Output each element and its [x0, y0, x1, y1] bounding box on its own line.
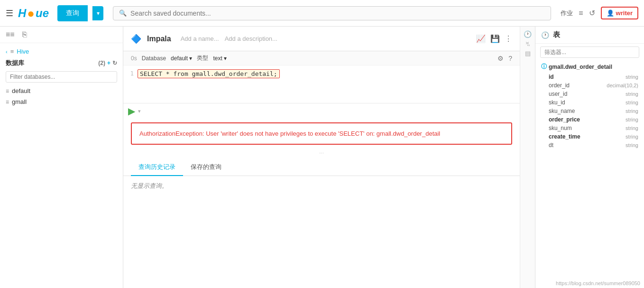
x2-label: x² — [525, 42, 531, 46]
type-toolbar-label: 类型 — [197, 54, 208, 62]
impala-icon: 🔷 — [131, 34, 141, 44]
db-default-icon: ≡ — [6, 88, 9, 94]
resizer[interactable]: ··· — [123, 149, 520, 157]
run-button[interactable]: ▶ — [126, 104, 137, 118]
schema-field-name: sku_name — [549, 108, 575, 114]
save-button[interactable]: 💾 — [490, 34, 500, 43]
db-refresh-icon[interactable]: ↻ — [112, 60, 117, 66]
schema-field-item: create_time string — [538, 132, 641, 141]
schema-field-item: user_id string — [538, 90, 641, 98]
tab-history[interactable]: 查询历史记录 — [131, 159, 183, 176]
side-icons-strip: 🕐 x² ▤ — [520, 27, 535, 288]
schema-field-item: dt string — [538, 141, 641, 149]
db-dropdown-arrow: ▾ — [189, 55, 192, 62]
query-time: 0s — [131, 55, 137, 62]
add-desc-button[interactable]: Add a description... — [225, 35, 277, 42]
schema-info-icon: ⓘ — [541, 63, 547, 71]
more-button[interactable]: ⋮ — [505, 34, 512, 43]
copy-icon[interactable]: ⎘ — [22, 30, 27, 39]
schema-field-item: order_id decimal(10,2) — [538, 81, 641, 90]
logo-ue: ue — [36, 7, 49, 20]
code-highlight: SELECT * from gmall.dwd_order_detail; — [138, 69, 280, 78]
error-message: AuthorizationException: User 'writer' do… — [139, 130, 440, 137]
query-dropdown-button[interactable]: ▾ — [92, 6, 103, 20]
layers-icon[interactable]: ≡≡ — [6, 30, 15, 39]
add-name-button[interactable]: Add a name... — [181, 35, 219, 42]
chart-button[interactable]: 📈 — [476, 34, 486, 43]
editor-title: Impala — [147, 35, 171, 43]
schema-field-item: sku_name string — [538, 107, 641, 115]
right-panel: 🕐 表 ⓘ gmall.dwd_order_detail id string o… — [535, 27, 644, 288]
jobs-link[interactable]: 作业 — [561, 9, 573, 18]
right-panel-clock-icon[interactable]: 🕐 — [541, 31, 549, 39]
db-count-actions: (2) + ↻ — [98, 60, 117, 66]
db-gmall-icon: ≡ — [6, 99, 9, 105]
schema-field-name: user_id — [549, 91, 567, 97]
db-list: ≡ default ≡ gmall — [0, 85, 123, 107]
schema-field-type: string — [626, 74, 638, 80]
query-toolbar: 0s Database default ▾ 类型 text ▾ ⚙ ? — [123, 51, 520, 65]
sidebar-back-nav[interactable]: ‹ ≡ Hive — [0, 43, 123, 57]
username-label: writer — [616, 9, 633, 17]
schema-field-name: id — [549, 74, 554, 80]
navbar: ☰ H ● ue 查询 ▾ 🔍 作业 ≡ ↺ 👤 writer — [0, 0, 644, 27]
schema-field-name: sku_id — [549, 99, 565, 106]
search-input[interactable] — [130, 9, 545, 17]
db-section-label: 数据库 — [6, 59, 24, 67]
error-panel: AuthorizationException: User 'writer' do… — [131, 122, 512, 145]
db-gmall-label: gmall — [12, 98, 27, 105]
schema-field-item: sku_id string — [538, 98, 641, 107]
columns-side-icon[interactable]: ▤ — [525, 50, 531, 57]
hamburger-icon[interactable]: ☰ — [6, 8, 13, 19]
schema-field-type: string — [626, 100, 638, 105]
tab-saved[interactable]: 保存的查询 — [183, 159, 229, 176]
run-dropdown-arrow[interactable]: ▾ — [138, 108, 141, 114]
schema-tree: ⓘ gmall.dwd_order_detail id string order… — [535, 61, 644, 149]
db-toolbar-label: Database — [142, 55, 166, 62]
schema-field-name: sku_num — [549, 125, 572, 131]
list-icon[interactable]: ≡ — [579, 9, 583, 18]
right-panel-header: 🕐 表 — [535, 27, 644, 44]
code-editor[interactable]: 1 SELECT * from gmall.dwd_order_detail; — [123, 65, 520, 103]
right-panel-title: 表 — [553, 30, 560, 39]
db-filter-input[interactable] — [6, 71, 117, 83]
settings-icon[interactable]: ⚙ — [497, 55, 504, 62]
schema-field-name: dt — [549, 142, 553, 149]
main-layout: ≡≡ ⎘ ‹ ≡ Hive 数据库 (2) + ↻ ≡ default ≡ gm… — [0, 27, 644, 288]
user-button[interactable]: 👤 writer — [601, 7, 638, 19]
logo: H ● ue — [18, 7, 49, 20]
db-toolbar-value[interactable]: default ▾ — [171, 55, 192, 62]
schema-field-type: string — [626, 91, 638, 97]
navbar-right: 作业 ≡ ↺ 👤 writer — [561, 7, 638, 19]
search-icon: 🔍 — [119, 9, 127, 17]
schema-table-name[interactable]: ⓘ gmall.dwd_order_detail — [538, 61, 641, 73]
db-add-icon[interactable]: + — [107, 60, 110, 66]
db-item-default[interactable]: ≡ default — [0, 85, 123, 96]
help-icon[interactable]: ? — [508, 55, 512, 62]
schema-field-type: string — [626, 142, 638, 148]
run-controls: ▶ ▾ — [123, 103, 520, 119]
schema-field-type: string — [626, 125, 638, 131]
editor-header-right: 📈 💾 ⋮ — [476, 34, 512, 43]
editor-header: 🔷 Impala Add a name... Add a description… — [123, 27, 520, 51]
clock-side-icon[interactable]: 🕐 — [524, 30, 532, 38]
search-bar: 🔍 — [113, 6, 551, 20]
schema-fields-list: id string order_id decimal(10,2) user_id… — [538, 73, 641, 149]
schema-field-type: string — [626, 134, 638, 139]
query-button[interactable]: 查询 — [57, 5, 88, 21]
type-dropdown-arrow: ▾ — [224, 55, 227, 62]
code-line-1: 1 SELECT * from gmall.dwd_order_detail; — [123, 69, 520, 78]
type-toolbar-value[interactable]: text ▾ — [213, 55, 227, 62]
undo-icon[interactable]: ↺ — [589, 9, 595, 18]
schema-field-name: order_id — [549, 82, 570, 89]
schema-filter-input[interactable] — [540, 46, 639, 58]
schema-field-item: sku_num string — [538, 124, 641, 132]
history-tabs: 查询历史记录 保存的查询 — [123, 159, 520, 176]
schema-field-item: order_price string — [538, 115, 641, 124]
schema-field-type: string — [626, 117, 638, 122]
db-item-gmall[interactable]: ≡ gmall — [0, 96, 123, 107]
hive-db-icon: ≡ — [10, 48, 14, 55]
schema-field-type: decimal(10,2) — [607, 83, 638, 88]
schema-table-label: gmall.dwd_order_detail — [549, 64, 612, 70]
code-content-1: SELECT * from gmall.dwd_order_detail; — [138, 70, 280, 77]
